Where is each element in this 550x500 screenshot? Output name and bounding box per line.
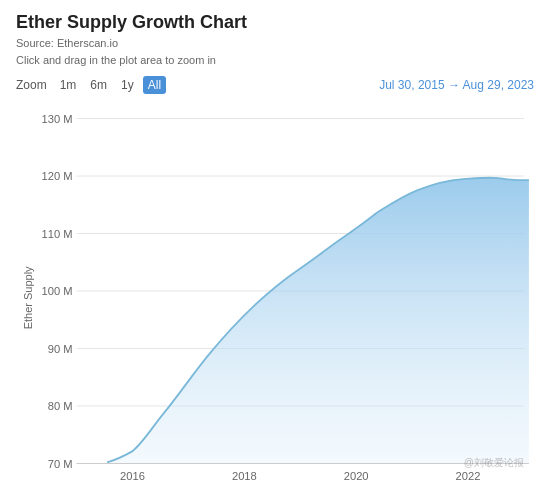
svg-text:2016: 2016: [120, 470, 145, 482]
zoom-label: Zoom: [16, 78, 47, 92]
svg-text:130 M: 130 M: [42, 113, 73, 125]
source-line2: Click and drag in the plot area to zoom …: [16, 52, 534, 69]
page-title: Ether Supply Growth Chart: [16, 12, 534, 33]
svg-text:100 M: 100 M: [42, 285, 73, 297]
y-axis-label: Ether Supply: [16, 98, 36, 498]
date-range: Jul 30, 2015 → Aug 29, 2023: [379, 78, 534, 92]
svg-text:70 M: 70 M: [48, 458, 73, 470]
svg-text:2018: 2018: [232, 470, 257, 482]
date-arrow: →: [448, 78, 460, 92]
page-container: Ether Supply Growth Chart Source: Ethers…: [0, 0, 550, 500]
svg-text:90 M: 90 M: [48, 343, 73, 355]
date-to: Aug 29, 2023: [463, 78, 534, 92]
zoom-1y-button[interactable]: 1y: [116, 76, 139, 94]
zoom-group: Zoom 1m 6m 1y All: [16, 76, 166, 94]
zoom-all-button[interactable]: All: [143, 76, 166, 94]
source-line1: Source: Etherscan.io: [16, 35, 534, 52]
chart-svg[interactable]: 130 M 120 M 110 M 100 M 90 M 80 M 70 M 2…: [36, 98, 534, 498]
svg-text:2020: 2020: [344, 470, 369, 482]
controls-row: Zoom 1m 6m 1y All Jul 30, 2015 → Aug 29,…: [16, 76, 534, 94]
svg-text:2022: 2022: [456, 470, 481, 482]
date-from: Jul 30, 2015: [379, 78, 444, 92]
svg-text:120 M: 120 M: [42, 170, 73, 182]
chart-inner[interactable]: 130 M 120 M 110 M 100 M 90 M 80 M 70 M 2…: [36, 98, 534, 498]
zoom-6m-button[interactable]: 6m: [85, 76, 112, 94]
zoom-1m-button[interactable]: 1m: [55, 76, 82, 94]
svg-text:80 M: 80 M: [48, 400, 73, 412]
watermark: @刘敬爱论报: [464, 456, 524, 470]
svg-text:110 M: 110 M: [42, 228, 73, 240]
chart-area[interactable]: Ether Supply: [16, 98, 534, 498]
